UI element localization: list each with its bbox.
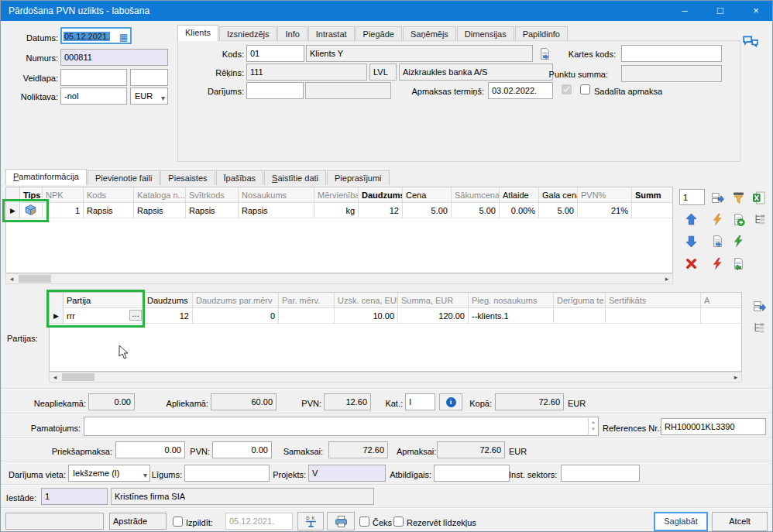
veidlapa-field-2[interactable] xyxy=(130,69,168,86)
scroll-left-icon[interactable]: ◂ xyxy=(6,275,17,283)
maximize-button[interactable]: □ xyxy=(703,1,738,21)
scroll-left-icon[interactable]: ◂ xyxy=(50,373,60,381)
payment-pvn-field[interactable] xyxy=(212,441,272,458)
column-header[interactable]: A xyxy=(701,293,741,308)
apmaksas-termins-field[interactable]: 03.02.2022. xyxy=(488,82,553,99)
spinner-up-icon[interactable]: ▴ xyxy=(592,419,595,424)
rezervet-checkbox[interactable] xyxy=(393,517,404,527)
quick-action-icon[interactable] xyxy=(709,211,726,227)
currency-combo[interactable]: EUR ▾ xyxy=(130,88,168,105)
save-button[interactable]: Saglabāt xyxy=(654,512,708,531)
dk-posting-button[interactable] xyxy=(297,512,324,530)
izpildit-checkbox[interactable] xyxy=(173,517,183,527)
delete-row-icon[interactable] xyxy=(682,256,699,271)
payment-checkbox[interactable] xyxy=(562,84,572,94)
items-grid-row[interactable]: ▶ 1 Rapsis Rapsis Rapsis Rapsis kg 12 5.… xyxy=(6,203,672,218)
numurs-field[interactable]: 000811 xyxy=(60,49,168,66)
references-field[interactable] xyxy=(661,418,766,435)
tab-intrastat[interactable]: Intrastat xyxy=(308,26,355,41)
column-header[interactable]: Tips xyxy=(20,187,43,203)
move-up-icon[interactable] xyxy=(682,211,699,227)
sadalita-apmaksa-checkbox[interactable] xyxy=(580,84,590,94)
column-header[interactable]: Partija xyxy=(64,293,144,308)
tree-view-icon[interactable] xyxy=(751,320,768,335)
import-doc-icon[interactable] xyxy=(709,233,726,249)
add-record-icon[interactable] xyxy=(730,211,747,227)
print-button[interactable] xyxy=(327,512,355,530)
spinner-down-icon[interactable]: ▾ xyxy=(592,426,595,431)
scrollbar-thumb[interactable] xyxy=(62,373,94,381)
datums-field[interactable]: 05.12.2021. ▦ xyxy=(60,27,132,44)
kat-field[interactable]: I xyxy=(405,393,435,410)
calendar-icon[interactable]: ▦ xyxy=(119,29,128,44)
tab-pievienotie-faili[interactable]: Pievienotie faili xyxy=(88,170,160,185)
client-code-field[interactable]: 01 xyxy=(246,45,304,62)
batches-grid-hscrollbar[interactable]: ◂ ▸ xyxy=(49,372,742,383)
column-header[interactable]: NPK xyxy=(43,187,84,203)
items-grid-hscrollbar[interactable]: ◂ ▸ xyxy=(5,273,673,284)
export-excel-icon[interactable] xyxy=(750,190,767,205)
tab-piegade[interactable]: Piegāde xyxy=(356,26,402,41)
tab-piesaistes[interactable]: Piesaistes xyxy=(160,170,215,185)
column-header[interactable]: PVN% xyxy=(578,187,632,203)
cancel-action-icon[interactable] xyxy=(709,256,726,271)
column-header[interactable]: Nosaukums xyxy=(239,187,314,203)
inst-sektors-field[interactable] xyxy=(561,465,640,482)
darijums-field[interactable] xyxy=(246,82,304,99)
column-header[interactable]: Sākumcena xyxy=(452,187,500,203)
darijuma-vieta-combo[interactable]: Iekšzeme (I) ▾ xyxy=(68,465,150,482)
scrollbar-thumb[interactable] xyxy=(19,275,51,283)
move-down-icon[interactable] xyxy=(682,233,699,249)
scroll-right-icon[interactable]: ▸ xyxy=(661,275,672,283)
copy-rows-icon[interactable] xyxy=(751,298,768,314)
column-header[interactable]: Kataloga n... xyxy=(134,187,186,203)
close-button[interactable]: × xyxy=(738,1,773,21)
pager-input[interactable] xyxy=(679,189,705,205)
column-header[interactable]: Cena xyxy=(403,187,452,203)
tree-view-icon[interactable] xyxy=(751,211,768,227)
ligums-field[interactable] xyxy=(184,465,270,482)
cancel-button[interactable]: Atcelt xyxy=(712,512,768,531)
chat-icon[interactable] xyxy=(740,33,761,50)
tab-dimensijas[interactable]: Dimensijas xyxy=(457,26,514,41)
column-header[interactable]: Par. mērv. xyxy=(279,293,335,308)
noliktava-field[interactable]: -nol xyxy=(60,88,127,105)
column-header[interactable]: Pieg. nosaukums xyxy=(469,293,554,308)
column-header[interactable]: Summ xyxy=(632,187,672,203)
minimize-button[interactable]: – xyxy=(667,1,703,21)
column-header[interactable]: Atlaide xyxy=(500,187,539,203)
kat-info-button[interactable]: i xyxy=(439,393,462,410)
tab-klients[interactable]: Klients xyxy=(177,25,218,41)
pamatojums-field[interactable]: ▴▾ xyxy=(84,417,599,436)
tab-info[interactable]: Info xyxy=(277,26,307,41)
tab-pamatinformacija[interactable]: Pamatinformācija xyxy=(5,169,87,185)
ceks-checkbox[interactable] xyxy=(359,517,369,527)
column-header[interactable]: Mērvienība xyxy=(314,187,359,203)
column-header[interactable]: Daudzums xyxy=(359,187,403,203)
filter-icon[interactable] xyxy=(730,190,747,205)
column-header[interactable]: Derīguma te... xyxy=(554,293,606,308)
kartes-kods-field[interactable] xyxy=(621,45,722,62)
column-header[interactable]: Gala cena xyxy=(539,187,578,203)
tab-saistitie-dati[interactable]: Saistītie dati xyxy=(264,170,326,185)
tab-sanemejs[interactable]: Saņēmējs xyxy=(403,26,456,41)
cell-partija[interactable]: rrr… xyxy=(64,308,144,324)
process-green-icon[interactable] xyxy=(730,233,747,249)
column-header[interactable]: Daudzums xyxy=(144,293,193,308)
copy-rows-icon[interactable] xyxy=(709,190,726,205)
column-header[interactable]: Svītrkods xyxy=(186,187,239,203)
batches-grid-row[interactable]: ▶ rrr… 12 0 10.00 120.00 --klients.1 xyxy=(50,308,741,324)
column-header[interactable]: Daudzums par.mērv xyxy=(193,293,279,308)
column-header[interactable]: Uzsk. cena, EUR xyxy=(335,293,398,308)
scroll-right-icon[interactable]: ▸ xyxy=(730,373,741,381)
tab-papildinfo[interactable]: Papildinfo xyxy=(515,26,568,41)
veidlapa-field[interactable] xyxy=(60,69,127,86)
priekapmaksa-field[interactable] xyxy=(115,441,185,458)
column-header[interactable]: Sertifikāts xyxy=(606,293,701,308)
column-header[interactable]: Summa, EUR xyxy=(398,293,469,308)
iestade-code-field[interactable]: 1 xyxy=(41,488,108,505)
tab-izsniedzejs[interactable]: Izsniedzējs xyxy=(219,26,277,41)
column-header[interactable]: Kods xyxy=(84,187,134,203)
ellipsis-button[interactable]: … xyxy=(129,310,142,321)
atbildigais-field[interactable] xyxy=(434,465,510,482)
